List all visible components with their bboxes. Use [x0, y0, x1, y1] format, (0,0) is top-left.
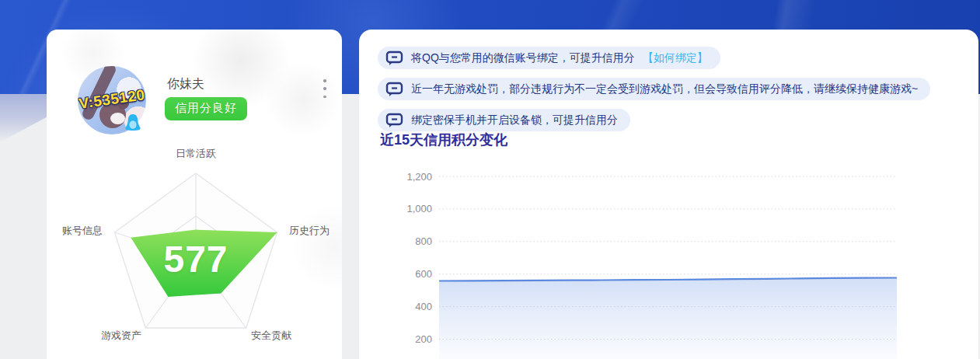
message-pill: 近一年无游戏处罚，部分违规行为不一定会受到游戏处罚，但会导致信用评分降低，请继续…	[378, 78, 930, 100]
chat-bubble-icon	[385, 113, 403, 128]
kebab-menu-icon[interactable]	[319, 78, 331, 99]
radar-axis-label: 游戏资产	[101, 329, 141, 343]
trend-area-fill	[439, 278, 897, 359]
credit-status-badge: 信用分良好	[165, 97, 247, 120]
how-to-bind-link[interactable]: 【如何绑定】	[643, 51, 708, 65]
notice-message-list: 将QQ与您常用的微信账号绑定，可提升信用分 【如何绑定】近一年无游戏处罚，部分违…	[378, 47, 964, 135]
background-wedge-decoration	[0, 94, 47, 142]
avatar-art	[110, 113, 125, 124]
username: 你妹夫	[167, 76, 204, 92]
trend-chart-svg: 1,2001,000800600400200	[359, 146, 978, 359]
y-axis-tick-label: 1,000	[406, 203, 432, 214]
message-text: 绑定密保手机并开启设备锁，可提升信用分	[411, 113, 618, 127]
y-axis-tick-label: 200	[415, 333, 432, 345]
profile-card: V:535120 你妹夫 信用分良好 日常活跃历史行为安全贡献游戏资产账号信息 …	[47, 30, 342, 359]
radar-axis-label: 安全贡献	[251, 329, 291, 343]
credit-score-value: 577	[47, 238, 345, 281]
chat-bubble-icon	[385, 51, 403, 66]
radar-axis-label: 日常活跃	[176, 147, 216, 161]
message-pill: 将QQ与您常用的微信账号绑定，可提升信用分 【如何绑定】	[378, 47, 720, 69]
chat-bubble-icon	[385, 82, 403, 97]
message-text: 近一年无游戏处罚，部分违规行为不一定会受到游戏处罚，但会导致信用评分降低，请继续…	[411, 82, 918, 96]
y-axis-tick-label: 600	[415, 268, 432, 280]
radar-axis-label: 历史行为	[289, 224, 330, 238]
message-pill: 绑定密保手机并开启设备锁，可提升信用分	[378, 109, 630, 131]
credit-trend-chart: 1,2001,000800600400200	[359, 146, 978, 359]
main-panel: 将QQ与您常用的微信账号绑定，可提升信用分 【如何绑定】近一年无游戏处罚，部分违…	[359, 30, 978, 359]
qq-penguin-icon	[124, 113, 141, 132]
credit-radar-chart: 日常活跃历史行为安全贡献游戏资产账号信息 577	[47, 146, 342, 359]
radar-axis-label: 账号信息	[62, 224, 103, 238]
message-text: 将QQ与您常用的微信账号绑定，可提升信用分	[411, 51, 635, 65]
y-axis-tick-label: 400	[415, 301, 432, 312]
y-axis-tick-label: 800	[415, 235, 432, 247]
y-axis-tick-label: 1,200	[406, 171, 432, 183]
